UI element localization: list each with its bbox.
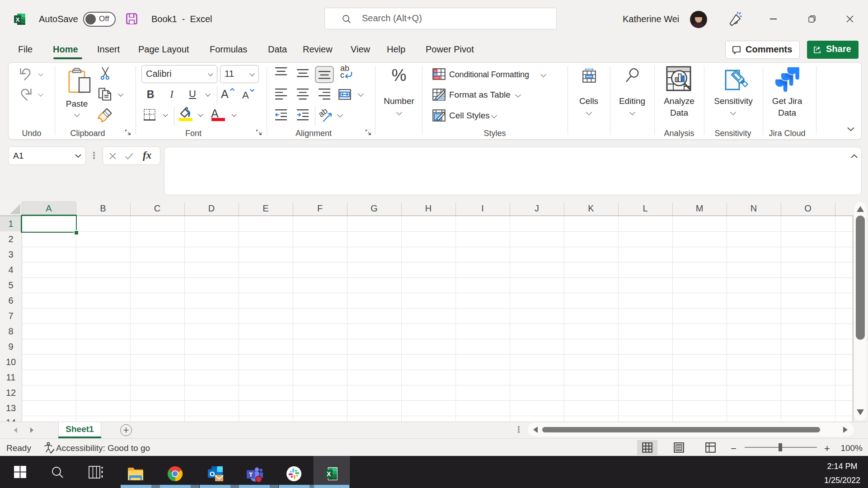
svg-text:T: T [249, 471, 253, 478]
svg-text:X: X [327, 470, 331, 478]
svg-text:O: O [210, 470, 215, 478]
